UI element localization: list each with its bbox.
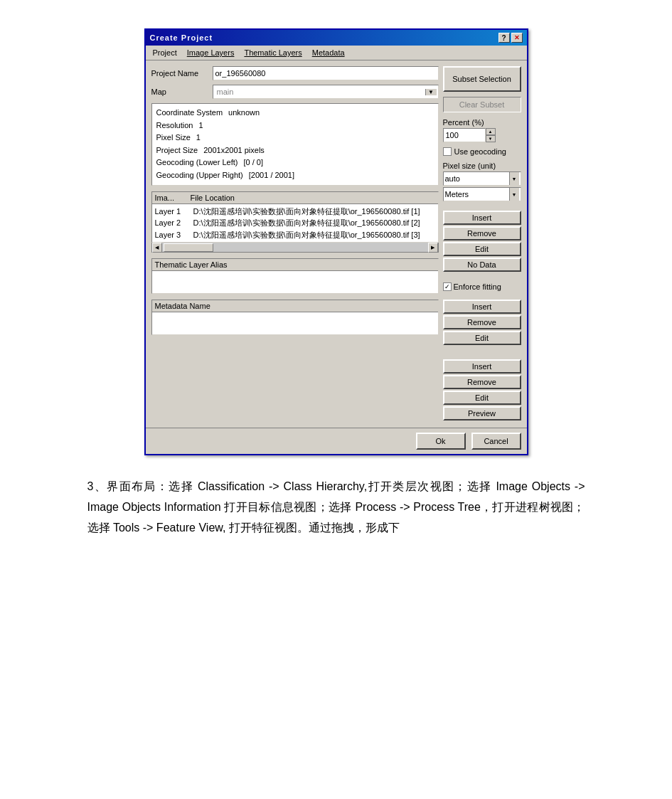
table-row: Layer 2 D:\沈阳遥感培训\实验数据\面向对象特征提取\or_19656…: [155, 217, 435, 229]
pixel-size-auto-value: auto: [445, 174, 460, 183]
project-name-row: Project Name: [151, 66, 439, 80]
enforce-fitting-row: ✓ Enforce fitting: [443, 282, 521, 291]
ok-button[interactable]: Ok: [416, 433, 466, 450]
subset-selection-button[interactable]: Subset Selection: [443, 66, 521, 92]
menu-thematic-layers[interactable]: Thematic Layers: [240, 47, 306, 58]
spinner-up-btn[interactable]: ▲: [486, 128, 496, 135]
thematic-section: Thematic Layer Alias: [151, 258, 439, 294]
menu-image-layers[interactable]: Image Layers: [183, 47, 239, 58]
info-panel: Coordinate Systemunknown Resolution1 Pix…: [151, 103, 439, 186]
percent-section: Percent (%) ▲ ▼: [443, 118, 521, 144]
pixel-size-unit-select[interactable]: Meters ▼: [443, 187, 521, 201]
projsize-label: Project Size: [156, 144, 198, 157]
pxsize-label: Pixel Size: [156, 132, 191, 144]
enforce-fitting-checkbox[interactable]: ✓: [443, 282, 452, 291]
use-geocoding-row: Use geocoding: [443, 147, 521, 156]
remove-thematic-button[interactable]: Remove: [443, 315, 521, 329]
thematic-col: Thematic Layer Alias: [155, 260, 228, 269]
close-button[interactable]: ✕: [511, 33, 523, 43]
metadata-table: Metadata Name: [151, 300, 439, 335]
menu-metadata[interactable]: Metadata: [308, 47, 349, 58]
col-file: File Location: [191, 194, 435, 202]
res-value: 1: [198, 120, 203, 132]
dialog-content: Project Name Map main ▼ Coordinate Syste…: [146, 60, 527, 428]
dialog-footer: Ok Cancel: [146, 428, 527, 454]
image-layers-table: Ima... File Location Layer 1 D:\沈阳遥感培训\实…: [151, 191, 439, 243]
create-project-dialog: Create Project ? ✕ Project Image Layers …: [144, 28, 528, 455]
remove-image-button[interactable]: Remove: [443, 226, 521, 240]
dialog-title: Create Project: [150, 33, 213, 42]
project-name-label: Project Name: [151, 69, 208, 78]
insert-metadata-button[interactable]: Insert: [443, 359, 521, 374]
table-row: Layer 3 D:\沈阳遥感培训\实验数据\面向对象特征提取\or_19656…: [155, 229, 435, 241]
enforce-fitting-label: Enforce fitting: [454, 282, 501, 291]
use-geocoding-label: Use geocoding: [454, 147, 506, 156]
scroll-left-btn[interactable]: ◀: [152, 243, 162, 253]
no-data-button[interactable]: No Data: [443, 258, 521, 272]
right-panel: Subset Selection Clear Subset Percent (%…: [443, 66, 521, 422]
pixel-size-label: Pixel size (unit): [443, 162, 521, 170]
insert-thematic-button[interactable]: Insert: [443, 300, 521, 314]
percent-input[interactable]: [443, 128, 486, 142]
pixel-size-unit-value: Meters: [445, 190, 469, 199]
spinner-down-btn[interactable]: ▼: [486, 135, 496, 142]
coord-value: unknown: [228, 107, 260, 120]
table-row: Layer 1 D:\沈阳遥感培训\实验数据\面向对象特征提取\or_19656…: [155, 206, 435, 218]
menu-bar: Project Image Layers Thematic Layers Met…: [146, 46, 527, 60]
spinner-buttons: ▲ ▼: [486, 128, 496, 142]
body-text-content: 3、界面布局：选择 Classification -> Class Hierar…: [87, 480, 585, 534]
image-layer-buttons: Insert Remove Edit No Data: [443, 211, 521, 273]
spinner-row: ▲ ▼: [443, 128, 521, 142]
cancel-button[interactable]: Cancel: [471, 433, 521, 450]
map-select[interactable]: main ▼: [213, 85, 439, 99]
use-geocoding-checkbox[interactable]: [443, 147, 452, 156]
pixel-size-unit-arrow[interactable]: ▼: [509, 188, 519, 201]
geo-lower-label: Geocoding (Lower Left): [156, 157, 238, 169]
remove-metadata-button[interactable]: Remove: [443, 375, 521, 389]
map-dropdown-arrow[interactable]: ▼: [425, 89, 437, 95]
coord-label: Coordinate System: [156, 107, 223, 120]
edit-thematic-button[interactable]: Edit: [443, 331, 521, 345]
map-value: main: [215, 87, 425, 97]
metadata-buttons: Insert Remove Edit Preview: [443, 359, 521, 422]
geo-upper-label: Geocoding (Upper Right): [156, 169, 243, 182]
metadata-col: Metadata Name: [155, 302, 210, 310]
thematic-table: Thematic Layer Alias: [151, 258, 439, 294]
pixel-size-dropdown-arrow[interactable]: ▼: [509, 172, 519, 185]
thematic-layer-buttons: Insert Remove Edit: [443, 300, 521, 346]
pixel-size-auto-select[interactable]: auto ▼: [443, 171, 521, 186]
clear-subset-button[interactable]: Clear Subset: [443, 97, 521, 112]
insert-image-button[interactable]: Insert: [443, 211, 521, 225]
help-button[interactable]: ?: [498, 33, 510, 43]
image-layers-rows: Layer 1 D:\沈阳遥感培训\实验数据\面向对象特征提取\or_19656…: [152, 204, 438, 243]
percent-label: Percent (%): [443, 118, 521, 127]
hscrollbar[interactable]: ◀ ▶: [151, 243, 439, 253]
body-text: 3、界面布局：选择 Classification -> Class Hierar…: [87, 477, 585, 538]
scroll-right-btn[interactable]: ▶: [428, 243, 438, 253]
project-name-input[interactable]: [213, 66, 439, 80]
menu-project[interactable]: Project: [149, 47, 181, 58]
pxsize-value: 1: [196, 132, 201, 144]
metadata-section: Metadata Name: [151, 300, 439, 335]
edit-metadata-button[interactable]: Edit: [443, 391, 521, 405]
edit-image-button[interactable]: Edit: [443, 242, 521, 256]
preview-button[interactable]: Preview: [443, 406, 521, 420]
left-panel: Project Name Map main ▼ Coordinate Syste…: [151, 66, 439, 422]
projsize-value: 2001x2001 pixels: [203, 144, 265, 157]
col-ima: Ima...: [155, 194, 191, 202]
thematic-header: Thematic Layer Alias: [152, 259, 438, 271]
map-row: Map main ▼: [151, 85, 439, 99]
res-label: Resolution: [156, 120, 193, 132]
titlebar: Create Project ? ✕: [146, 30, 527, 46]
geo-lower-value: [0 / 0]: [243, 157, 263, 169]
scroll-thumb[interactable]: [164, 243, 213, 252]
geo-upper-value: [2001 / 2001]: [249, 169, 294, 182]
pixel-size-section: Pixel size (unit) auto ▼ Meters ▼: [443, 162, 521, 203]
image-layers-header: Ima... File Location: [152, 192, 438, 204]
map-label: Map: [151, 88, 208, 96]
metadata-header: Metadata Name: [152, 300, 438, 312]
image-layers-section: Ima... File Location Layer 1 D:\沈阳遥感培训\实…: [151, 191, 439, 253]
titlebar-buttons: ? ✕: [498, 33, 523, 43]
scroll-track: [162, 243, 428, 252]
